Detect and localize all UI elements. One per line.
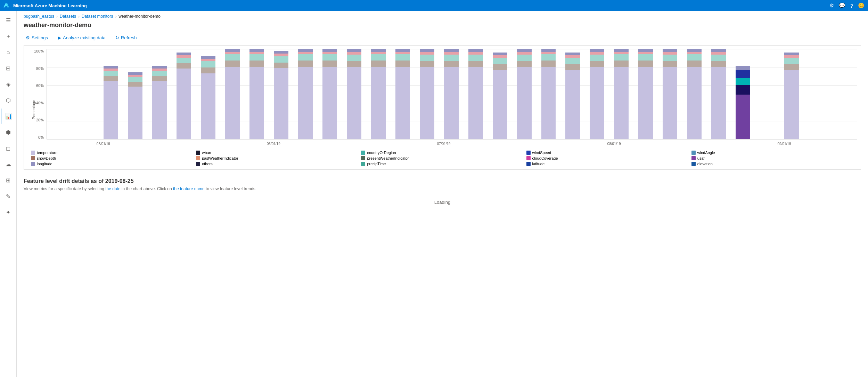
x-label-06/01/19: 06/01/19 [267, 142, 280, 146]
bar-stack-3[interactable] [177, 51, 191, 139]
sidebar-item-endpoints[interactable]: ◻ [1, 141, 16, 156]
models-icon: ⬡ [6, 97, 11, 104]
bar-segment [565, 64, 580, 70]
refresh-label: Refresh [121, 35, 137, 40]
bar-segment [444, 55, 459, 61]
sidebar-item-assets[interactable]: ◈ [1, 77, 16, 92]
bar-stack-23[interactable] [663, 49, 677, 139]
account-icon[interactable]: 😊 [858, 2, 865, 9]
sidebar-item-models[interactable]: ⬡ [1, 93, 16, 108]
bar-stack-5[interactable] [225, 49, 240, 139]
bar-segment [541, 49, 556, 52]
legend-item-cloudCoverage: cloudCoverage [526, 156, 689, 160]
legend-item-presentWeatherIndicator: presentWeatherIndicator [361, 156, 523, 160]
bar-stack-27[interactable] [784, 51, 799, 139]
bar-stack-21[interactable] [614, 49, 629, 139]
bar-stack-15[interactable] [468, 49, 483, 139]
bar-stack-9[interactable] [322, 49, 337, 139]
bar-segment [152, 76, 167, 81]
bar-stack-7[interactable] [274, 50, 288, 139]
help-icon[interactable]: ? [850, 3, 853, 9]
dashboard-icon: ⊟ [6, 65, 10, 72]
bar-segment [590, 52, 604, 55]
bars-area[interactable] [47, 49, 857, 139]
breadcrumb-link-datasets[interactable]: Datasets [60, 14, 76, 19]
analyze-button[interactable]: ▶ Analyze existing data [56, 34, 108, 42]
bar-segment [420, 52, 434, 55]
feature-link[interactable]: the feature name [173, 186, 205, 191]
bar-segment [517, 67, 532, 139]
settings-gear-icon: ⚙ [26, 35, 30, 40]
bar-stack-13[interactable] [420, 49, 434, 139]
bar-segment [493, 70, 507, 139]
bar-segment [736, 78, 750, 85]
date-link[interactable]: the date [105, 186, 120, 191]
breadcrumb-link-monitors[interactable]: Dataset monitors [82, 14, 113, 19]
feedback-icon[interactable]: 💬 [839, 2, 845, 9]
sidebar-item-automl[interactable]: ✦ [1, 204, 16, 220]
bar-segment [444, 52, 459, 55]
refresh-button[interactable]: ↻ Refresh [113, 34, 139, 42]
sidebar-item-dashboard[interactable]: ⊟ [1, 61, 16, 76]
bar-segment [784, 64, 799, 70]
play-icon: ▶ [58, 35, 61, 40]
sidebar-item-environments[interactable]: ⊞ [1, 173, 16, 188]
breadcrumb-link-workspace[interactable]: bugbash_eastus [24, 14, 54, 19]
bar-stack-19[interactable] [565, 51, 580, 139]
bar-segment [347, 49, 361, 52]
bar-segment [225, 67, 240, 139]
sidebar-item-datasets[interactable]: 📊 [1, 109, 16, 124]
bar-segment [201, 56, 215, 58]
bar-stack-4[interactable] [201, 53, 215, 139]
bar-segment [128, 75, 142, 77]
bar-segment [784, 58, 799, 64]
chart-main: 05/01/1906/01/1907/01/1908/01/1909/01/19 [47, 49, 857, 146]
bar-stack-12[interactable] [395, 49, 410, 139]
sidebar-item-home[interactable]: ⌂ [1, 45, 16, 60]
bar-stack-18[interactable] [541, 49, 556, 139]
legend-swatch-longitude [31, 162, 35, 166]
bar-stack-8[interactable] [298, 49, 313, 139]
bar-segment [663, 52, 677, 55]
bar-segment [565, 53, 580, 55]
sidebar-item-compute[interactable]: ☁ [1, 157, 16, 172]
bar-segment [128, 72, 142, 75]
bar-segment [347, 55, 361, 61]
bar-stack-16[interactable] [493, 51, 507, 139]
y-axis-label: Percentage [32, 100, 36, 119]
bar-stack-20[interactable] [590, 49, 604, 139]
bar-stack-22[interactable] [638, 49, 653, 139]
sidebar-item-create[interactable]: ＋ [1, 29, 16, 44]
settings-button[interactable]: ⚙ Settings [24, 34, 50, 42]
sidebar-item-notebooks[interactable]: ✎ [1, 188, 16, 204]
legend-label-presentWeatherIndicator: presentWeatherIndicator [367, 156, 409, 160]
bar-segment [614, 52, 629, 55]
bar-stack-14[interactable] [444, 49, 459, 139]
bar-stack-24[interactable] [687, 49, 702, 139]
bar-stack-6[interactable] [249, 49, 264, 139]
bar-segment [517, 61, 532, 67]
bar-stack-26[interactable] [736, 58, 750, 139]
bar-stack-17[interactable] [517, 49, 532, 139]
bar-segment [711, 67, 726, 139]
bar-segment [322, 54, 337, 61]
legend-swatch-countryOrRegion [361, 151, 365, 155]
sidebar-item-menu[interactable]: ☰ [1, 13, 16, 28]
bar-stack-25[interactable] [711, 49, 726, 139]
sidebar-item-pipelines[interactable]: ⬢ [1, 125, 16, 140]
bar-stack-2[interactable] [152, 58, 167, 139]
settings-icon[interactable]: ⚙ [829, 2, 834, 9]
bar-stack-11[interactable] [371, 49, 386, 139]
bar-stack-0[interactable] [104, 58, 118, 139]
bar-segment [298, 49, 313, 52]
bar-stack-1[interactable] [128, 62, 142, 139]
bar-segment [517, 55, 532, 61]
bar-segment [614, 67, 629, 139]
legend-item-temperature: temperature [31, 151, 193, 155]
bar-stack-10[interactable] [347, 49, 361, 139]
legend-item-others: others [196, 162, 358, 166]
bar-segment [468, 49, 483, 52]
bar-segment [517, 49, 532, 52]
legend-swatch-precipTime [361, 162, 365, 166]
bar-segment [104, 66, 118, 69]
